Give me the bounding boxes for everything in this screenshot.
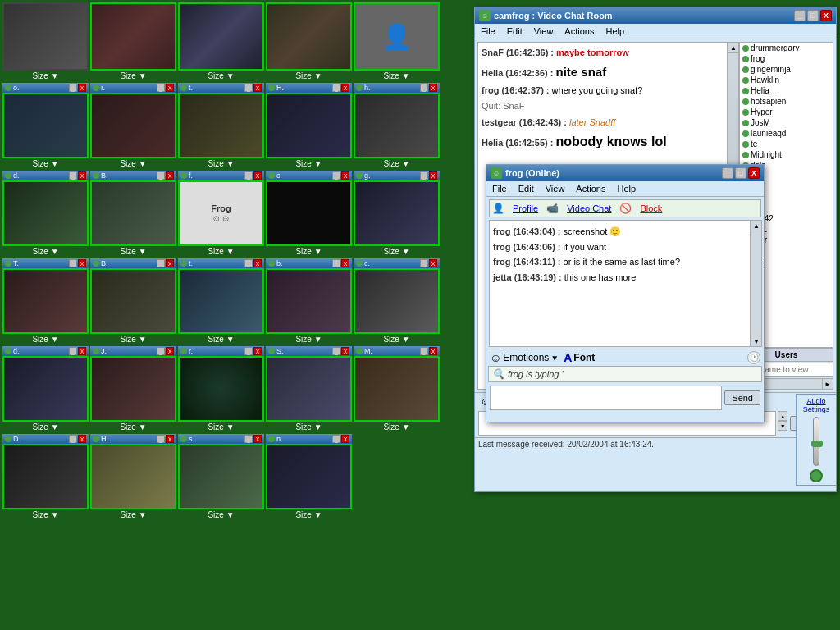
video-cell-c2: c. _ X Size ▼: [354, 258, 440, 344]
video-cell-h: h. _ X Size ▼: [354, 83, 440, 168]
audio-settings-label[interactable]: Audio Settings: [799, 397, 833, 413]
user-item-midnight[interactable]: Midnight: [740, 149, 833, 160]
video-cell-S: S. _ X Size ▼: [266, 346, 352, 431]
user-item-hotsapien[interactable]: hotsapien: [740, 96, 833, 107]
video-cell-t2: t. _ X Size ▼: [178, 258, 264, 344]
video-cell-B1: B. _ X Size ▼: [90, 171, 176, 256]
video-cell-frog: f. _ X Frog☺☺ Size ▼: [178, 171, 264, 256]
frog-menu-file[interactable]: File: [490, 183, 509, 194]
vcell-close-H[interactable]: X: [341, 84, 349, 92]
frog-profile-link[interactable]: Profile: [513, 203, 538, 213]
menu-help[interactable]: Help: [603, 25, 627, 37]
main-maximize-btn[interactable]: □: [807, 10, 819, 21]
msg-input-scroll-up[interactable]: ▲: [778, 411, 788, 421]
top-video-row: Size ▼ Size ▼ Size ▼ Size ▼ 👤 Size ▼: [2, 2, 469, 80]
frog-scroll-down[interactable]: ▼: [751, 336, 762, 347]
size-label-1[interactable]: Size ▼: [32, 71, 58, 80]
video-cell-M: M. _ X Size ▼: [354, 346, 440, 431]
vcell-min-H[interactable]: _: [332, 84, 340, 92]
video-cell-n: n. _ X Size ▼: [266, 434, 352, 519]
menu-view[interactable]: View: [532, 25, 556, 37]
video-cell-B2: B. _ X Size ▼: [90, 258, 176, 344]
video-cell-b: b. _ X Size ▼: [266, 258, 352, 344]
frog-menu-actions[interactable]: Actions: [573, 183, 608, 194]
msg-helia2: Helia (16:42:55) : nobody knows lol: [482, 131, 724, 153]
menu-edit[interactable]: Edit: [504, 25, 525, 37]
vcell-min-o[interactable]: _: [69, 84, 77, 92]
vcell-close-t[interactable]: X: [253, 84, 262, 92]
frog-menu-help[interactable]: Help: [614, 183, 638, 194]
video-cell-T: T. _ X Size ▼: [2, 258, 89, 344]
main-close-btn[interactable]: X: [820, 10, 832, 21]
menu-file[interactable]: File: [478, 25, 498, 37]
menu-actions[interactable]: Actions: [562, 25, 596, 37]
video-row-6: D. _ X Size ▼ H. _ X: [2, 434, 469, 519]
user-item-josm[interactable]: JosM: [740, 117, 833, 128]
frog-msg-4: jetta (16:43:19) : this one has more: [493, 270, 746, 285]
video-cell-g1: g. _ X Size ▼: [354, 171, 440, 256]
frog-font-btn[interactable]: A Font: [564, 351, 595, 364]
frog-minimize-btn[interactable]: _: [722, 167, 733, 179]
size-label-5[interactable]: Size ▼: [383, 71, 409, 80]
user-item-gingerninja[interactable]: gingerninja: [740, 64, 833, 75]
size-label-h[interactable]: Size ▼: [383, 159, 409, 168]
vcell-close-r[interactable]: X: [166, 84, 174, 92]
video-cell-r2: r. _ X Size ▼: [178, 346, 264, 431]
frog-scroll-up[interactable]: ▲: [751, 220, 762, 231]
size-label-r[interactable]: Size ▼: [120, 159, 146, 168]
frog-videochat-icon: 📹: [546, 203, 559, 214]
video-cell-5: 👤 Size ▼: [354, 2, 440, 80]
frog-typing-indicator: 🔍 frog is typing ': [488, 366, 762, 382]
user-item-hyper[interactable]: Hyper: [740, 107, 833, 117]
vcell-min-t[interactable]: _: [244, 84, 253, 92]
user-item-drummergary[interactable]: drummergary: [740, 43, 833, 53]
user-scroll-right[interactable]: ►: [822, 378, 833, 390]
msg-frog1: frog (16:42:37) : where you going snaf?: [482, 84, 724, 98]
size-label-3[interactable]: Size ▼: [208, 71, 234, 80]
main-title-bar[interactable]: ☺ camfrog : Video Chat Room _ □ X: [475, 7, 836, 24]
audio-volume-knob[interactable]: [811, 441, 823, 447]
user-item-te[interactable]: te: [740, 139, 833, 149]
size-label-o[interactable]: Size ▼: [32, 159, 58, 168]
frog-videochat-link[interactable]: Video Chat: [567, 203, 611, 213]
frog-emoticons-btn[interactable]: ☺ Emoticons ▼: [490, 351, 559, 364]
msg-input-scroll-down[interactable]: ▼: [778, 421, 788, 431]
main-status-bar: Last message received: 20/02/2004 at 16:…: [475, 437, 836, 450]
frog-maximize-btn[interactable]: □: [735, 167, 746, 179]
vcell-close-h[interactable]: X: [429, 84, 437, 92]
size-label-H[interactable]: Size ▼: [295, 159, 322, 168]
frog-menu-edit[interactable]: Edit: [516, 183, 536, 194]
frog-block-link[interactable]: Block: [640, 203, 662, 213]
frog-close-btn[interactable]: X: [748, 167, 760, 179]
msg-scroll-up[interactable]: ▲: [728, 42, 739, 53]
video-cell-s: s. _ X Size ▼: [178, 434, 264, 519]
user-item-hawklin[interactable]: Hawklin: [740, 75, 833, 85]
msg-snaf: SnaF (16:42:36) : maybe tomorrow: [482, 46, 724, 61]
size-label-4[interactable]: Size ▼: [295, 71, 322, 80]
vcell-close-o[interactable]: X: [78, 84, 86, 92]
vcell-min-r[interactable]: _: [157, 84, 165, 92]
video-row-4: T. _ X Size ▼ B. _ X: [2, 258, 469, 344]
main-minimize-btn[interactable]: _: [794, 10, 806, 21]
user-item-helia[interactable]: Helia: [740, 85, 833, 96]
user-item-frog[interactable]: frog: [740, 53, 833, 64]
video-cell-t: t. _ X Size ▼: [178, 83, 264, 168]
video-cell-J: J. _ X Size ▼: [90, 346, 176, 431]
frog-chat-window: ☺ frog (Online) _ □ X File Edit View Act…: [486, 164, 765, 422]
msg-snaf-text: maybe tomorrow: [556, 48, 629, 57]
video-row-5: d. _ X Size ▼ J. _ X: [2, 346, 469, 431]
video-cell-H2: H. _ X Size ▼: [90, 434, 176, 519]
video-cell-4: Size ▼: [266, 2, 352, 80]
video-cell-1: Size ▼: [2, 2, 89, 80]
size-label-t[interactable]: Size ▼: [208, 159, 234, 168]
frog-window-title: frog (Online): [505, 168, 559, 178]
audio-mute-btn[interactable]: [810, 469, 823, 482]
frog-menu-view[interactable]: View: [543, 183, 568, 194]
user-item-launieaqd[interactable]: launieaqd: [740, 128, 833, 139]
vcell-min-h[interactable]: _: [420, 84, 428, 92]
size-label-2[interactable]: Size ▼: [120, 71, 146, 80]
frog-send-btn[interactable]: Send: [724, 390, 760, 405]
frog-title-bar[interactable]: ☺ frog (Online) _ □ X: [486, 165, 764, 181]
frog-chat-input[interactable]: [490, 386, 722, 410]
video-cell-d2: d. _ X Size ▼: [2, 346, 89, 431]
